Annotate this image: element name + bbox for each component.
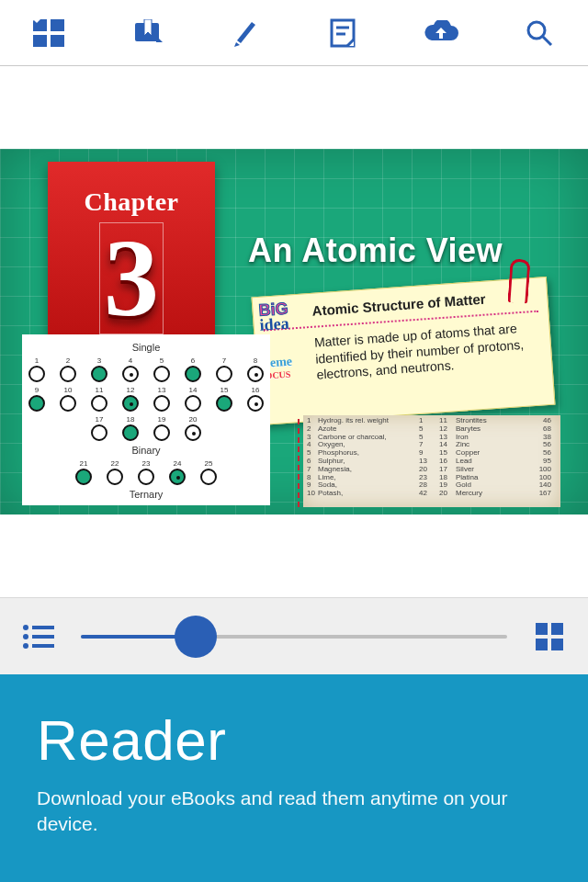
thumbnails-button[interactable] bbox=[529, 616, 570, 657]
svg-rect-23 bbox=[551, 639, 563, 650]
menu-panels-button[interactable] bbox=[28, 13, 69, 53]
dalton-single-label: Single bbox=[26, 342, 266, 353]
note-card: BiG idea Atomic Structure of Matter them… bbox=[252, 277, 556, 425]
element-table: 1Hydrog. its rel. weight111Strontites462… bbox=[303, 415, 560, 507]
svg-rect-3 bbox=[51, 35, 64, 47]
pencil-icon bbox=[232, 18, 259, 48]
svg-rect-22 bbox=[536, 639, 548, 650]
svg-rect-2 bbox=[33, 35, 47, 47]
svg-point-16 bbox=[23, 634, 28, 639]
svg-point-12 bbox=[528, 22, 545, 39]
chapter-badge: Chapter 3 bbox=[48, 162, 215, 351]
paperclip-icon bbox=[507, 258, 530, 303]
note-icon bbox=[329, 18, 356, 48]
svg-rect-19 bbox=[32, 644, 54, 648]
svg-rect-17 bbox=[32, 635, 54, 639]
cloud-upload-button[interactable] bbox=[421, 13, 461, 53]
svg-rect-20 bbox=[536, 623, 548, 635]
bottom-bar bbox=[0, 597, 588, 674]
search-icon bbox=[525, 18, 554, 48]
svg-line-13 bbox=[543, 37, 551, 45]
svg-rect-21 bbox=[551, 623, 563, 635]
bookmark-ribbon-icon bbox=[131, 19, 163, 47]
page-slider[interactable] bbox=[81, 616, 507, 657]
grid-icon bbox=[536, 623, 563, 650]
promo-banner: Reader Download your eBooks and read the… bbox=[0, 674, 588, 882]
chapter-label: Chapter bbox=[48, 187, 215, 217]
search-button[interactable] bbox=[519, 13, 560, 53]
content-area: Chapter 3 An Atomic View BiG idea Atomic… bbox=[0, 66, 588, 597]
dalton-symbols: Single 1234567891011121314151617181920Bi… bbox=[22, 334, 270, 505]
svg-rect-15 bbox=[32, 626, 54, 629]
toc-button[interactable] bbox=[18, 616, 59, 657]
bookmark-button[interactable] bbox=[127, 13, 167, 53]
theme-focus-text: Matter is made up of atoms that are iden… bbox=[314, 320, 543, 384]
slider-thumb[interactable] bbox=[175, 616, 217, 658]
cloud-upload-icon bbox=[424, 20, 458, 46]
big-idea-badge: BiG idea bbox=[258, 301, 289, 334]
page-title: An Atomic View bbox=[248, 232, 503, 270]
ebook-page[interactable]: Chapter 3 An Atomic View BiG idea Atomic… bbox=[0, 149, 588, 514]
svg-rect-1 bbox=[51, 19, 64, 31]
promo-subtitle: Download your eBooks and read them anyti… bbox=[37, 786, 551, 838]
promo-title: Reader bbox=[37, 707, 551, 773]
top-toolbar bbox=[0, 0, 588, 66]
svg-point-18 bbox=[23, 643, 28, 649]
menu-panels-icon bbox=[33, 19, 64, 47]
note-button[interactable] bbox=[322, 13, 363, 53]
svg-point-14 bbox=[23, 625, 28, 630]
highlight-button[interactable] bbox=[225, 13, 266, 53]
chapter-number: 3 bbox=[104, 223, 159, 334]
list-icon bbox=[23, 625, 54, 649]
